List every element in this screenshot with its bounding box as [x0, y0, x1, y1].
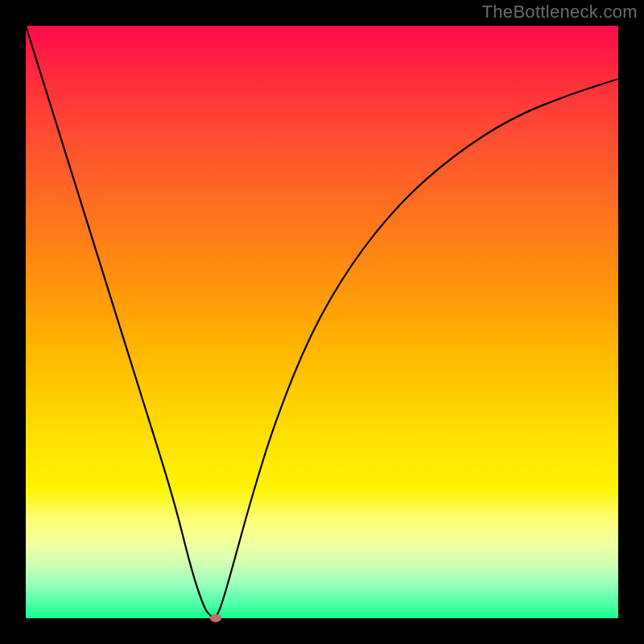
minimum-marker-dot — [210, 614, 221, 622]
chart-frame: TheBottleneck.com — [0, 0, 644, 644]
curve-path — [26, 26, 618, 617]
watermark-text: TheBottleneck.com — [482, 2, 638, 23]
bottleneck-curve — [26, 26, 618, 618]
plot-area — [26, 26, 618, 618]
